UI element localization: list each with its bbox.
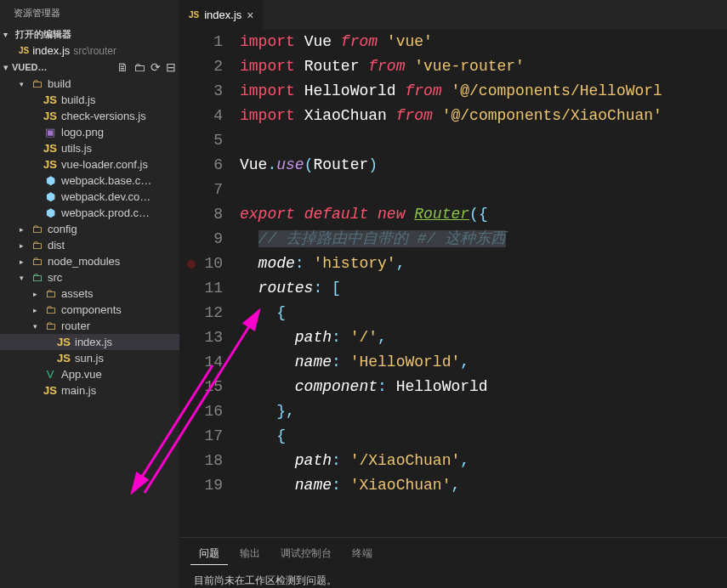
- chevron-right-icon: ▸: [31, 306, 39, 314]
- folder-icon: 🗀: [30, 223, 43, 235]
- code-line[interactable]: import HelloWorld from '@/components/Hel…: [240, 79, 727, 104]
- code-line[interactable]: path: '/XiaoChuan',: [240, 449, 727, 473]
- tree-item-label: config: [48, 223, 77, 235]
- file-name: index.js: [32, 44, 70, 57]
- tree-item-label: sun.js: [75, 352, 104, 365]
- folder-item[interactable]: ▾🗀router: [0, 318, 179, 334]
- editor-tab[interactable]: JS index.js ×: [180, 0, 264, 30]
- code-line[interactable]: routes: [: [240, 276, 727, 301]
- line-number[interactable]: 1: [180, 30, 223, 54]
- code-line[interactable]: {: [240, 301, 727, 325]
- close-icon[interactable]: ×: [247, 8, 253, 22]
- line-number[interactable]: 13: [180, 325, 223, 350]
- file-item[interactable]: JScheck-versions.js: [0, 108, 179, 124]
- file-item[interactable]: JSindex.js: [0, 334, 179, 350]
- explorer-title: 资源管理器: [0, 0, 179, 26]
- line-number[interactable]: 3: [180, 79, 223, 104]
- panel-tab[interactable]: 终端: [344, 543, 381, 565]
- project-header[interactable]: ▾ VUED… 🗎 🗀 ⟳ ⊟: [0, 59, 179, 76]
- new-file-icon[interactable]: 🗎: [116, 60, 128, 74]
- folder-icon: 🗀: [43, 319, 57, 332]
- tree-item-label: vue-loader.conf.js: [61, 158, 148, 171]
- line-number[interactable]: 9: [180, 227, 223, 252]
- line-number[interactable]: 2: [180, 54, 223, 79]
- panel-tab[interactable]: 调试控制台: [272, 543, 340, 565]
- file-item[interactable]: ⬢webpack.dev.co…: [0, 189, 179, 205]
- folder-item[interactable]: ▾🗀src: [0, 269, 179, 286]
- bottom-panel: 问题输出调试控制台终端 目前尚未在工作区检测到问题。: [180, 537, 727, 588]
- line-number[interactable]: 14: [180, 350, 223, 375]
- open-editors-header[interactable]: ▾ 打开的编辑器: [0, 26, 179, 42]
- refresh-icon[interactable]: ⟳: [151, 60, 161, 74]
- file-item[interactable]: ▣logo.png: [0, 124, 179, 140]
- line-number[interactable]: 15: [180, 375, 223, 399]
- line-number[interactable]: 4: [180, 104, 223, 128]
- code-line[interactable]: export default new Router({: [240, 202, 727, 227]
- code-line[interactable]: component: HelloWorld: [240, 375, 727, 399]
- folder-item[interactable]: ▸🗀components: [0, 302, 179, 318]
- code-line[interactable]: name: 'XiaoChuan',: [240, 473, 727, 498]
- code-line[interactable]: mode: 'history',: [240, 252, 727, 276]
- code-editor[interactable]: 12345678910111213141516171819 import Vue…: [180, 30, 727, 537]
- line-number[interactable]: 6: [180, 153, 223, 178]
- file-item[interactable]: ⬢webpack.base.c…: [0, 172, 179, 189]
- chevron-down-icon: ▾: [3, 62, 9, 73]
- code-content[interactable]: import Vue from 'vue'import Router from …: [240, 30, 727, 537]
- line-number[interactable]: 11: [180, 276, 223, 301]
- file-tree: ▾🗀buildJSbuild.jsJScheck-versions.js▣log…: [0, 76, 179, 588]
- js-file-icon: JS: [43, 384, 57, 397]
- tree-item-label: App.vue: [61, 368, 102, 381]
- code-line[interactable]: // 去掉路由中自带的 #/ 这种东西: [240, 227, 727, 252]
- panel-tab[interactable]: 问题: [190, 543, 228, 565]
- webpack-file-icon: ⬢: [43, 174, 57, 187]
- folder-item[interactable]: ▸🗀assets: [0, 286, 179, 302]
- code-line[interactable]: path: '/',: [240, 325, 727, 350]
- line-number[interactable]: 10: [180, 252, 223, 276]
- line-number[interactable]: 19: [180, 473, 223, 498]
- folder-icon: 🗀: [30, 239, 43, 252]
- folder-item[interactable]: ▸🗀node_modules: [0, 253, 179, 269]
- file-item[interactable]: JSbuild.js: [0, 92, 179, 108]
- code-line[interactable]: import Vue from 'vue': [240, 30, 727, 54]
- code-line[interactable]: [240, 128, 727, 153]
- chevron-down-icon: ▾: [17, 274, 26, 282]
- panel-tab[interactable]: 输出: [231, 543, 269, 565]
- open-editors-list: JS index.js src\router: [0, 42, 179, 59]
- file-item[interactable]: ⬢webpack.prod.c…: [0, 205, 179, 221]
- folder-item[interactable]: ▸🗀dist: [0, 237, 179, 253]
- chevron-down-icon: ▾: [17, 80, 26, 88]
- js-file-icon: JS: [43, 110, 57, 122]
- tree-item-label: build.js: [61, 93, 95, 106]
- folder-icon: 🗀: [30, 255, 43, 268]
- code-line[interactable]: [240, 178, 727, 202]
- collapse-all-icon[interactable]: ⊟: [166, 60, 176, 74]
- file-item[interactable]: JSvue-loader.conf.js: [0, 156, 179, 172]
- line-number[interactable]: 8: [180, 202, 223, 227]
- open-editor-item[interactable]: JS index.js src\router: [0, 42, 179, 59]
- folder-item[interactable]: ▾🗀build: [0, 76, 179, 92]
- file-item[interactable]: VApp.vue: [0, 366, 179, 382]
- code-line[interactable]: {: [240, 424, 727, 449]
- code-line[interactable]: import Router from 'vue-router': [240, 54, 727, 79]
- folder-item[interactable]: ▸🗀config: [0, 221, 179, 237]
- js-file-icon: JS: [19, 46, 29, 55]
- file-item[interactable]: JSsun.js: [0, 350, 179, 366]
- file-item[interactable]: JSmain.js: [0, 382, 179, 399]
- line-number[interactable]: 16: [180, 399, 223, 424]
- line-number[interactable]: 12: [180, 301, 223, 325]
- file-item[interactable]: JSutils.js: [0, 140, 179, 156]
- code-line[interactable]: name: 'HelloWorld',: [240, 350, 727, 375]
- tree-item-label: logo.png: [61, 126, 104, 139]
- tree-item-label: utils.js: [61, 142, 92, 155]
- code-line[interactable]: import XiaoChuan from '@/components/Xiao…: [240, 104, 727, 128]
- new-folder-icon[interactable]: 🗀: [133, 60, 145, 74]
- line-number[interactable]: 18: [180, 449, 223, 473]
- line-number[interactable]: 5: [180, 128, 223, 153]
- line-number[interactable]: 17: [180, 424, 223, 449]
- folder-icon: 🗀: [30, 77, 43, 90]
- line-number[interactable]: 7: [180, 178, 223, 202]
- code-line[interactable]: Vue.use(Router): [240, 153, 727, 178]
- code-line[interactable]: },: [240, 399, 727, 424]
- tab-label: index.js: [204, 8, 241, 21]
- webpack-file-icon: ⬢: [43, 206, 57, 219]
